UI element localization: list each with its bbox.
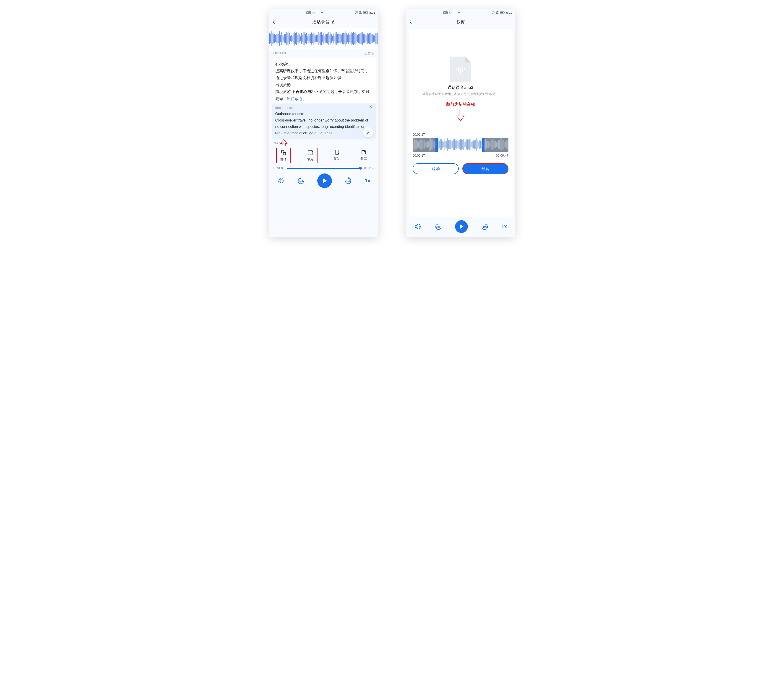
svg-rect-11 xyxy=(272,33,272,44)
svg-rect-516 xyxy=(455,141,456,149)
svg-rect-151 xyxy=(336,35,336,43)
svg-rect-238 xyxy=(376,32,376,45)
svg-rect-436 xyxy=(492,140,492,149)
crop-confirm-button[interactable]: 裁剪 xyxy=(462,163,509,174)
progress-time-left: 00:01:09 xyxy=(273,166,285,170)
wifi-icon xyxy=(320,11,324,14)
svg-rect-72 xyxy=(300,35,300,42)
svg-rect-434 xyxy=(491,140,492,150)
progress-thumb[interactable] xyxy=(359,167,362,169)
svg-rect-461 xyxy=(503,140,504,150)
wifi-icon xyxy=(457,11,461,14)
svg-rect-190 xyxy=(354,33,354,44)
svg-rect-457 xyxy=(501,138,502,151)
svg-rect-539 xyxy=(464,142,464,147)
svg-rect-205 xyxy=(361,31,361,46)
svg-rect-83 xyxy=(305,32,305,44)
rewind-10s-button[interactable]: 10s xyxy=(296,177,306,185)
progress-time-right: 00:01:09 xyxy=(363,166,374,170)
svg-rect-244 xyxy=(308,151,312,155)
waveform[interactable] xyxy=(269,28,379,49)
share-button[interactable]: 分享 xyxy=(356,148,371,163)
trim-selection[interactable]: ‹ › xyxy=(435,138,484,152)
svg-rect-42 xyxy=(286,32,287,45)
volume-button[interactable] xyxy=(414,223,422,230)
svg-text:10s: 10s xyxy=(346,179,351,182)
svg-rect-473 xyxy=(438,140,438,150)
back-button[interactable] xyxy=(272,20,275,25)
svg-rect-271 xyxy=(420,140,421,149)
signal-icon xyxy=(316,11,320,14)
trim-track[interactable]: ‹ › xyxy=(413,138,509,152)
svg-text:10s: 10s xyxy=(298,179,303,182)
svg-rect-549 xyxy=(468,140,469,149)
translation-line: Cross-border travel, no longer worry abo… xyxy=(275,117,372,136)
svg-rect-201 xyxy=(359,33,359,44)
progress-track[interactable] xyxy=(287,168,361,169)
svg-rect-452 xyxy=(499,140,499,149)
network-indicator: 4G xyxy=(312,12,315,14)
svg-rect-281 xyxy=(425,140,425,149)
svg-rect-476 xyxy=(439,141,440,148)
speed-button[interactable]: 1x xyxy=(501,223,507,230)
svg-rect-237 xyxy=(375,33,376,44)
trim-handle-right-icon[interactable]: › xyxy=(483,143,484,147)
svg-rect-45 xyxy=(288,31,288,46)
copy-button[interactable]: 复制 xyxy=(329,148,344,163)
play-icon xyxy=(459,224,464,229)
header: 裁剪 xyxy=(406,16,515,28)
svg-rect-141 xyxy=(331,34,332,43)
svg-rect-294 xyxy=(430,138,431,151)
svg-rect-302 xyxy=(434,141,434,148)
svg-rect-99 xyxy=(312,34,313,43)
crop-hint: 裁剪会生成新的音频，不会对您的原音频造成影响哦～ xyxy=(422,92,499,96)
svg-rect-227 xyxy=(371,31,371,45)
svg-rect-276 xyxy=(422,139,423,150)
rename-icon[interactable] xyxy=(331,20,335,24)
svg-rect-225 xyxy=(370,33,370,44)
svg-rect-577 xyxy=(479,140,479,149)
svg-rect-184 xyxy=(351,34,351,43)
translate-button[interactable]: 翻译 xyxy=(276,148,291,163)
svg-rect-573 xyxy=(478,140,478,150)
svg-rect-140 xyxy=(331,35,331,41)
play-button[interactable] xyxy=(317,174,332,188)
svg-rect-570 xyxy=(476,138,477,151)
svg-rect-221 xyxy=(368,33,368,44)
volume-button[interactable] xyxy=(277,177,285,185)
cancel-button[interactable]: 取消 xyxy=(413,163,459,174)
svg-rect-103 xyxy=(314,34,315,43)
play-button[interactable] xyxy=(455,220,468,233)
forward-10s-button[interactable]: 10s xyxy=(343,177,353,185)
forward-10s-button[interactable]: 10s xyxy=(480,223,490,230)
svg-rect-93 xyxy=(310,34,310,43)
back-button[interactable] xyxy=(409,20,412,25)
trim-handle-left-icon[interactable]: ‹ xyxy=(436,143,438,147)
svg-rect-152 xyxy=(336,32,337,45)
speed-button[interactable]: 1x xyxy=(365,178,370,184)
svg-rect-533 xyxy=(462,138,462,151)
svg-rect-41 xyxy=(286,33,286,43)
waveform-graphic xyxy=(269,31,379,47)
svg-rect-470 xyxy=(507,141,507,148)
svg-rect-20 xyxy=(276,34,277,43)
svg-rect-580 xyxy=(480,141,481,149)
highlighted-phrase[interactable]: 出门放心。 xyxy=(287,97,306,101)
svg-rect-262 xyxy=(417,140,417,149)
share-icon xyxy=(361,149,367,156)
svg-rect-158 xyxy=(339,35,339,43)
crop-button[interactable]: 裁剪 xyxy=(303,148,318,163)
translate-icon xyxy=(280,150,287,156)
close-icon[interactable]: ✕ xyxy=(368,104,374,109)
svg-rect-495 xyxy=(447,139,447,150)
svg-rect-422 xyxy=(486,141,486,148)
svg-rect-119 xyxy=(321,32,322,44)
svg-rect-268 xyxy=(419,140,419,149)
rewind-10s-button[interactable]: 10s xyxy=(433,223,443,230)
svg-rect-199 xyxy=(358,36,358,40)
svg-rect-285 xyxy=(427,141,427,148)
edit-translation-button[interactable] xyxy=(363,127,373,137)
svg-rect-449 xyxy=(498,140,498,149)
svg-rect-442 xyxy=(495,141,495,149)
svg-rect-5 xyxy=(269,33,270,44)
